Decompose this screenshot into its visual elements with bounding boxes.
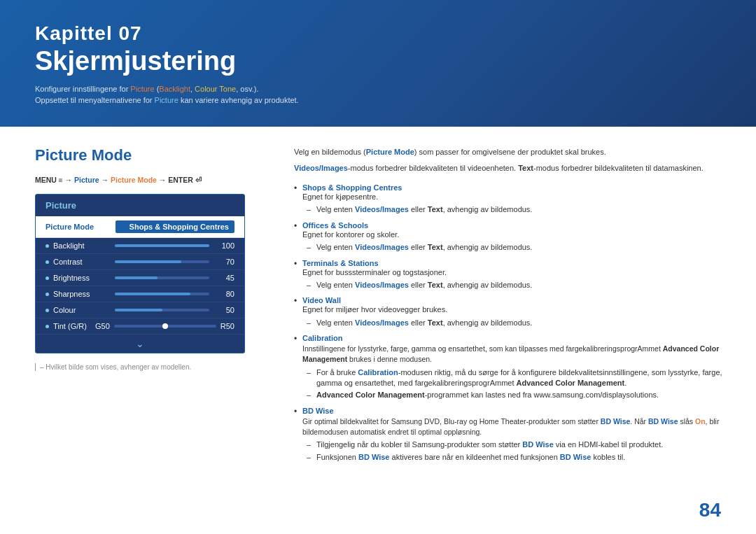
intro-text-2: Videos/Images-modus forbedrer bildekvali… xyxy=(294,162,728,174)
slider-track xyxy=(115,276,209,279)
bullet-title-calibration: Calibration xyxy=(302,334,728,342)
bullet-desc-shops: Egnet for kjøpesentre. xyxy=(302,192,728,202)
sub-list-shops: Velg enten Videos/Images eller Text, avh… xyxy=(302,204,728,215)
bullet-item-videowall: Video Wall Egnet for miljøer hvor videov… xyxy=(294,296,728,328)
subtitle1-highlight2: Backlight xyxy=(159,85,190,93)
slider-value: 100 xyxy=(215,241,234,250)
footnote: – Hvilket bilde som vises, avhenger av m… xyxy=(35,363,252,371)
bullet-desc-videowall: Egnet for miljøer hvor videovegger bruke… xyxy=(302,304,728,315)
slider-fill xyxy=(115,309,162,311)
subtitle1-suffix: , osv.). xyxy=(236,85,258,93)
page-number: 84 xyxy=(699,499,721,521)
picture-mode-label: Picture Mode xyxy=(46,223,115,231)
slider-dot xyxy=(46,276,49,280)
bullet-title-offices: Offices & Schools xyxy=(302,221,728,230)
chevron-down-icon: ⌄ xyxy=(136,338,144,349)
slider-track xyxy=(115,260,209,263)
tint-thumb xyxy=(162,323,168,329)
bullet-list: Shops & Shopping Centres Egnet for kjøpe… xyxy=(294,183,728,463)
slider-track-container xyxy=(115,244,209,247)
sub-list-bdwise: Tilgjengelig når du kobler til Samsung-p… xyxy=(302,440,728,463)
slider-dot xyxy=(46,309,49,312)
slider-track xyxy=(115,309,209,311)
slider-name: Sharpness xyxy=(53,290,109,298)
slider-value: 80 xyxy=(215,290,234,298)
sub-item-bdwise-1: Tilgjengelig når du kobler til Samsung-p… xyxy=(307,440,728,450)
sub-item-offices-1: Velg enten Videos/Images eller Text, avh… xyxy=(307,242,728,253)
sub-item-calibration-2: Advanced Color Management-programmet kan… xyxy=(307,390,728,400)
subtitle-line-2: Oppsettet til menyalternativene for Pict… xyxy=(35,96,721,104)
sub-item-bdwise-2: Funksjonen BD Wise aktiveres bare når en… xyxy=(307,452,728,463)
slider-value: 70 xyxy=(215,258,234,266)
slider-row-brightness: Brightness 45 xyxy=(36,270,244,286)
slider-track-container xyxy=(115,260,209,263)
subtitle2-prefix: Oppsettet til menyalternativene for xyxy=(35,96,155,104)
slider-row-backlight: Backlight 100 xyxy=(36,238,244,254)
bullet-title-terminals: Terminals & Stations xyxy=(302,259,728,267)
subtitle1-highlight3: Colour Tone xyxy=(195,85,236,93)
tint-track xyxy=(114,325,216,328)
slider-row-sharpness: Sharpness 80 xyxy=(36,286,244,302)
sliders-container: Backlight 100 Contrast 70 Brightness xyxy=(36,238,244,318)
bullet-desc-offices: Egnet for kontorer og skoler. xyxy=(302,230,728,240)
tint-row: Tint (G/R) G50 R50 xyxy=(36,318,244,335)
slider-value: 50 xyxy=(215,306,234,314)
sub-item-shops-1: Velg enten Videos/Images eller Text, avh… xyxy=(307,204,728,215)
slider-dot xyxy=(46,260,49,264)
bullet-item-terminals: Terminals & Stations Egnet for busssterm… xyxy=(294,259,728,291)
picture-mode-row[interactable]: Picture Mode Shops & Shopping Centres xyxy=(36,216,244,238)
sub-list-videowall: Velg enten Videos/Images eller Text, avh… xyxy=(302,318,728,328)
slider-name: Contrast xyxy=(53,258,109,266)
slider-fill xyxy=(115,260,181,263)
bullet-desc-terminals: Egnet for busssterminaler og togstasjone… xyxy=(302,267,728,278)
sub-item-terminals-1: Velg enten Videos/Images eller Text, avh… xyxy=(307,280,728,290)
slider-track xyxy=(115,293,209,295)
bullet-title-videowall: Video Wall xyxy=(302,296,728,304)
sub-list-offices: Velg enten Videos/Images eller Text, avh… xyxy=(302,242,728,253)
tint-labels: G50 R50 xyxy=(95,322,234,330)
bullet-item-offices: Offices & Schools Egnet for kontorer og … xyxy=(294,221,728,253)
bd-detail: Gir optimal bildekvalitet for Samsung DV… xyxy=(302,416,728,437)
tint-r: R50 xyxy=(220,322,234,330)
tint-g: G50 xyxy=(95,322,110,330)
chevron-row: ⌄ xyxy=(36,335,244,353)
bullet-title-bdwise: BD Wise xyxy=(302,407,728,415)
slider-track-container xyxy=(115,293,209,295)
header-banner: Kapittel 07 Skjermjustering Konfigurer i… xyxy=(0,0,756,127)
left-column: Picture Mode MENU ≡ → Picture → Picture … xyxy=(0,127,273,534)
slider-dot xyxy=(46,293,49,296)
slider-dot xyxy=(46,244,49,248)
slider-fill xyxy=(115,293,190,295)
picture-ui-box: Picture Picture Mode Shops & Shopping Ce… xyxy=(35,194,245,353)
chapter-label: Kapittel 07 xyxy=(35,22,721,45)
bullet-item-shops: Shops & Shopping Centres Egnet for kjøpe… xyxy=(294,183,728,216)
sub-item-calibration-1: For å bruke Calibration-modusen riktig, … xyxy=(307,367,728,389)
slider-value: 45 xyxy=(215,274,234,282)
bullet-item-calibration: Calibration Innstillingene for lysstyrke… xyxy=(294,334,728,401)
bullet-item-bdwise: BD Wise Gir optimal bildekvalitet for Sa… xyxy=(294,407,728,463)
menu-path: MENU ≡ → Picture → Picture Mode → ENTER … xyxy=(35,176,252,184)
slider-track xyxy=(115,244,209,247)
subtitle2-highlight: Picture xyxy=(155,96,178,104)
right-column: Velg en bildemodus (Picture Mode) som pa… xyxy=(273,127,756,534)
picture-box-header: Picture xyxy=(36,195,244,216)
slider-name: Colour xyxy=(53,306,109,314)
section-title: Picture Mode xyxy=(35,146,252,164)
slider-track-container xyxy=(115,309,209,311)
calibration-detail: Innstillingene for lysstyrke, farge, gam… xyxy=(302,344,728,365)
subtitle-line-1: Konfigurer innstillingene for Picture (B… xyxy=(35,85,721,93)
bullet-title-shops: Shops & Shopping Centres xyxy=(302,183,728,192)
sub-item-videowall-1: Velg enten Videos/Images eller Text, avh… xyxy=(307,318,728,328)
subtitle2-suffix: kan variere avhengig av produktet. xyxy=(178,96,299,104)
subtitle1-highlight1: Picture xyxy=(130,85,154,93)
slider-row-contrast: Contrast 70 xyxy=(36,254,244,270)
tint-dot xyxy=(46,325,49,328)
slider-track-container xyxy=(115,276,209,279)
picture-mode-value: Shops & Shopping Centres xyxy=(115,220,234,233)
tint-label: Tint (G/R) xyxy=(53,322,95,330)
slider-fill xyxy=(115,276,158,279)
slider-name: Backlight xyxy=(53,241,109,250)
main-content: Picture Mode MENU ≡ → Picture → Picture … xyxy=(0,127,756,534)
chapter-title: Skjermjustering xyxy=(35,46,721,76)
slider-name: Brightness xyxy=(53,274,109,282)
